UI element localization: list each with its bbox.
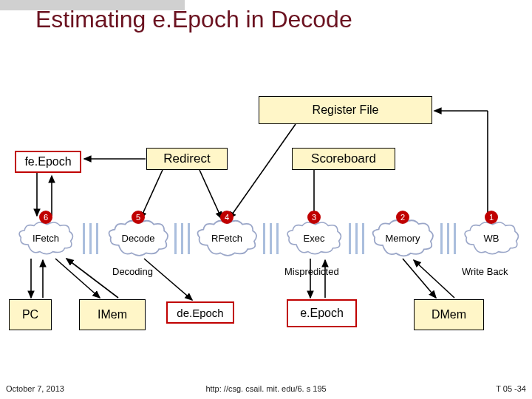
- register-file-box: Register File: [259, 96, 432, 124]
- stage-label: Decode: [122, 233, 155, 244]
- svg-line-9: [55, 259, 100, 298]
- stage-rfetch: 4 RFetch: [194, 218, 259, 259]
- stage-memory: 2 Memory: [369, 218, 436, 259]
- svg-line-11: [144, 259, 192, 300]
- svg-line-10: [66, 259, 118, 298]
- e-epoch-box: e.Epoch: [287, 299, 357, 327]
- footer-url: http: //csg. csail. mit. edu/6. s 195: [205, 384, 326, 393]
- redirect-label: Redirect: [163, 151, 210, 166]
- stage-badge: 2: [396, 211, 409, 224]
- stage-badge: 5: [132, 211, 145, 224]
- slide-title: Estimating e.Epoch in Decode: [35, 7, 352, 33]
- register-file-label: Register File: [313, 103, 379, 117]
- arrows-layer: [0, 0, 532, 399]
- stage-ifetch: 6 IFetch: [16, 218, 75, 259]
- pipe-4: [346, 223, 368, 254]
- fe-epoch-box: fe.Epoch: [15, 151, 81, 173]
- pc-label: PC: [22, 308, 38, 321]
- stage-badge: 3: [307, 211, 321, 224]
- pipe-3: [260, 223, 282, 254]
- pipe-1: [80, 223, 102, 254]
- pipe-2: [171, 223, 194, 254]
- dmem-label: DMem: [432, 308, 466, 321]
- stage-label: RFetch: [211, 233, 242, 244]
- svg-line-5: [229, 124, 296, 219]
- svg-line-4: [200, 170, 222, 219]
- stage-label: IFetch: [33, 233, 59, 244]
- stage-badge: 6: [39, 211, 52, 224]
- pc-box: PC: [9, 299, 52, 330]
- stage-badge: 1: [485, 211, 498, 224]
- annotation-decoding: Decoding: [112, 266, 153, 277]
- stage-badge: 4: [220, 211, 233, 224]
- footer-date: October 7, 2013: [6, 384, 64, 393]
- annotation-write-back: Write Back: [462, 266, 508, 277]
- redirect-box: Redirect: [146, 148, 228, 170]
- stage-label: WB: [484, 233, 499, 244]
- stage-decode: 5 Decode: [106, 218, 171, 259]
- de-epoch-box: de.Epoch: [166, 301, 234, 324]
- e-epoch-label: e.Epoch: [300, 307, 344, 320]
- imem-box: IMem: [79, 299, 146, 330]
- scoreboard-box: Scoreboard: [292, 148, 395, 170]
- scoreboard-label: Scoreboard: [311, 151, 376, 166]
- fe-epoch-label: fe.Epoch: [24, 155, 71, 168]
- pipe-5: [437, 223, 460, 254]
- imem-label: IMem: [98, 308, 127, 321]
- stage-exec: 3 Exec: [284, 218, 344, 259]
- svg-line-3: [140, 170, 163, 219]
- stage-label: Memory: [386, 233, 420, 244]
- dmem-box: DMem: [414, 299, 484, 330]
- de-epoch-label: de.Epoch: [177, 307, 223, 319]
- stage-wb: 1 WB: [462, 218, 521, 259]
- svg-line-15: [414, 260, 454, 298]
- stage-label: Exec: [304, 233, 325, 244]
- footer-page: T 05 -34: [496, 384, 526, 393]
- svg-line-14: [403, 259, 436, 298]
- annotation-mispredicted: Mispredicted: [284, 266, 339, 277]
